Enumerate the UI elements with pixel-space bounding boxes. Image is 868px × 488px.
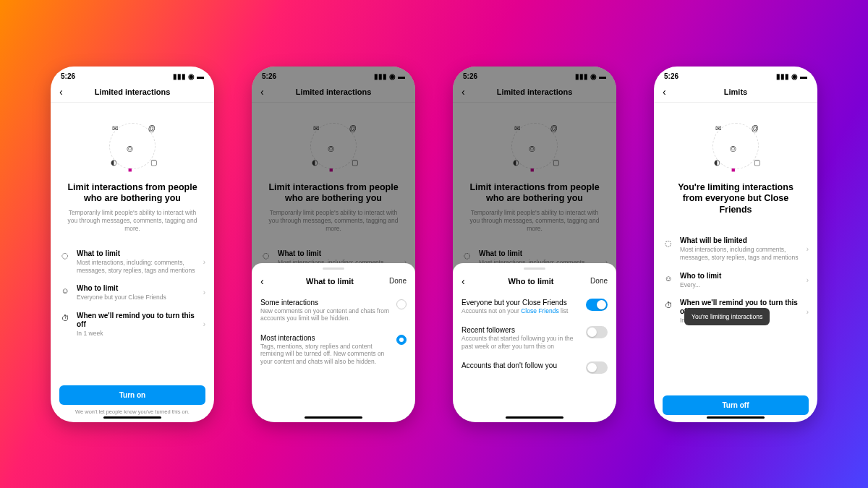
back-icon[interactable]: ‹ — [461, 275, 472, 287]
toast-notification: You're limiting interactions — [684, 308, 770, 325]
chat-icon: ◌ — [59, 250, 71, 262]
home-indicator — [103, 416, 161, 419]
comment-icon: ◐ — [111, 158, 117, 166]
sheet-handle[interactable] — [524, 267, 545, 270]
status-time: 5:26 — [664, 72, 678, 80]
radio-icon[interactable] — [396, 335, 407, 345]
option-some-interactions[interactable]: Some interactionsNew comments on your co… — [252, 293, 415, 328]
row-reminder[interactable]: ⏱ When we'll remind you to turn this off… — [51, 307, 214, 343]
hero-graphic: ✉ @ ◐ ▢ ⌾ ■ — [102, 116, 163, 176]
toggle-switch[interactable] — [586, 299, 608, 311]
at-icon: @ — [148, 124, 156, 132]
page-title: Limited interactions — [69, 87, 195, 96]
phone-limited-interactions: 5:26 ▮▮▮ ◉ ▬ ‹ Limited interactions ✉ @ … — [51, 67, 214, 422]
back-icon[interactable]: ‹ — [260, 275, 271, 287]
phone-what-to-limit-sheet: 5:26▮▮▮◉▬ ‹Limited interactions ✉@◐▢⌾■ L… — [252, 67, 415, 422]
hero-section: ✉@◐▢⌾■ You're limiting interactions from… — [654, 103, 817, 228]
status-bar: 5:26 ▮▮▮◉▬ — [654, 67, 817, 83]
chevron-right-icon: › — [203, 320, 205, 328]
hero-title: You're limiting interactions from everyo… — [667, 182, 804, 216]
hero-subtitle: Temporarily limit people's ability to in… — [64, 209, 201, 233]
signal-icon: ▮▮▮ — [173, 72, 186, 80]
signal-icon: ▮▮▮ — [776, 72, 789, 80]
page-title: Limits — [673, 87, 799, 96]
wifi-icon: ◉ — [188, 72, 195, 80]
footer-note: We won't let people know you've turned t… — [59, 408, 205, 415]
chevron-right-icon: › — [807, 245, 809, 253]
option-recent-followers[interactable]: Recent followersAccounts that started fo… — [453, 320, 616, 356]
hero-section: ✉ @ ◐ ▢ ⌾ ■ Limit interactions from peop… — [51, 103, 214, 240]
chat-icon: ◌ — [663, 237, 674, 249]
row-who-to-limit[interactable]: ☺ Who to limitEvery... › — [654, 267, 817, 294]
row-what-limited[interactable]: ◌ What will be limitedMost interactions,… — [654, 231, 817, 266]
battery-icon: ▬ — [800, 72, 807, 80]
person-icon: ☺ — [59, 285, 71, 296]
clock-icon: ⏱ — [59, 312, 71, 324]
sheet-who-to-limit: ‹ Who to limit Done Everyone but your Cl… — [453, 263, 616, 422]
settings-list: ◌ What to limitMost interactions, includ… — [51, 240, 214, 380]
option-dont-follow-you[interactable]: Accounts that don't follow you — [453, 356, 616, 380]
toggle-switch[interactable] — [586, 326, 608, 338]
chevron-right-icon: › — [807, 276, 809, 284]
hero-title: Limit interactions from people who are b… — [64, 182, 201, 205]
turn-off-button[interactable]: Turn off — [663, 395, 809, 415]
sheet-title: What to limit — [306, 277, 354, 286]
toggle-switch[interactable] — [586, 361, 608, 374]
row-what-to-limit[interactable]: ◌ What to limitMost interactions, includ… — [51, 244, 214, 279]
hero-graphic: ✉@◐▢⌾■ — [705, 116, 766, 176]
home-indicator — [707, 416, 765, 419]
lock-icon: ■ — [128, 166, 132, 174]
phone-who-to-limit-sheet: 5:26▮▮▮◉▬ ‹Limited interactions ✉@◐▢⌾■ L… — [453, 67, 616, 422]
done-button[interactable]: Done — [590, 277, 608, 285]
wifi-icon: ◉ — [791, 72, 798, 80]
battery-icon: ▬ — [197, 72, 204, 80]
phone-limits-active: 5:26 ▮▮▮◉▬ ‹ Limits ✉@◐▢⌾■ You're limiti… — [654, 67, 817, 422]
back-icon[interactable]: ‹ — [663, 86, 673, 98]
status-time: 5:26 — [61, 72, 75, 80]
people-icon: ⌾ — [127, 142, 133, 154]
back-icon[interactable]: ‹ — [59, 86, 69, 98]
done-button[interactable]: Done — [389, 277, 407, 285]
status-indicators: ▮▮▮ ◉ ▬ — [173, 72, 204, 80]
send-icon: ✉ — [112, 124, 118, 132]
row-who-to-limit[interactable]: ☺ Who to limitEveryone but your Close Fr… — [51, 279, 214, 307]
status-bar: 5:26 ▮▮▮ ◉ ▬ — [51, 67, 214, 83]
radio-icon[interactable] — [396, 299, 407, 309]
person-icon: ☺ — [663, 273, 674, 284]
chevron-right-icon: › — [203, 258, 205, 266]
tag-icon: ▢ — [150, 158, 157, 166]
sheet-handle[interactable] — [323, 267, 344, 270]
turn-on-button[interactable]: Turn on — [59, 385, 205, 405]
screen-header: ‹ Limited interactions — [51, 83, 214, 103]
sheet-title: Who to limit — [509, 277, 554, 286]
option-most-interactions[interactable]: Most interactionsTags, mentions, story r… — [252, 328, 415, 372]
chevron-right-icon: › — [807, 308, 809, 316]
chevron-right-icon: › — [203, 288, 205, 296]
sheet-what-to-limit: ‹ What to limit Done Some interactionsNe… — [252, 263, 415, 422]
option-everyone-but-close-friends[interactable]: Everyone but your Close FriendsAccounts … — [453, 293, 616, 321]
clock-icon: ⏱ — [663, 299, 674, 311]
screen-header: ‹ Limits — [654, 83, 817, 103]
